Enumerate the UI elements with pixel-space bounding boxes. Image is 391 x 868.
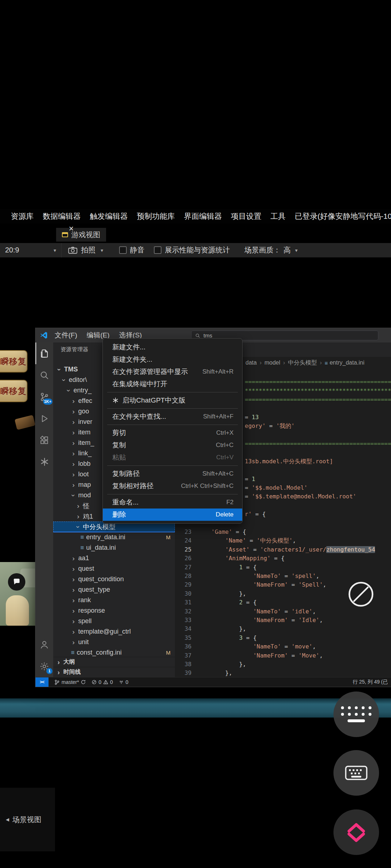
context-menu-item[interactable]: 复制路径Shift+Alt+C — [103, 468, 242, 480]
problems-status[interactable]: 0 0 — [92, 679, 113, 685]
context-menu-item[interactable]: 重命名...F2 — [103, 496, 242, 509]
skill-button-teleport-2[interactable]: 瞬移复 — [0, 380, 28, 402]
context-menu-label: 在文件资源管理器中显示 — [112, 367, 188, 376]
tree-item[interactable]: ›quest_type — [53, 584, 175, 595]
code-line[interactable]: 24 'Name' = '中分头模型', — [175, 536, 391, 545]
tree-item[interactable]: ≡entry_data.iniM — [53, 532, 175, 542]
mute-checkbox[interactable]: 静音 — [119, 245, 144, 255]
floating-pointer-toggle[interactable] — [348, 581, 374, 608]
search-icon[interactable] — [35, 364, 53, 386]
tree-item[interactable]: ≡const_config.iniM — [53, 647, 175, 657]
top-menu-item[interactable]: 数据编辑器 — [43, 211, 81, 221]
code-line[interactable]: 39 }, — [175, 668, 391, 677]
explorer-icon[interactable] — [35, 342, 53, 364]
context-menu-item[interactable]: 在文件夹中查找...Shift+Alt+F — [103, 410, 242, 423]
top-menu-item[interactable]: 预制功能库 — [137, 211, 175, 221]
keyboard-button[interactable] — [333, 750, 379, 796]
tree-item[interactable]: ›aa1 — [53, 553, 175, 563]
top-menu-item[interactable]: 已登录(好像安静地写代码-1082 — [295, 211, 391, 221]
code-line[interactable]: 26 'AnimMapping' = { — [175, 554, 391, 563]
top-menu-item[interactable]: 界面编辑器 — [184, 211, 222, 221]
chevron-icon: › — [71, 451, 76, 456]
tree-item[interactable]: ›unit — [53, 637, 175, 647]
code-line[interactable]: 28 'NameTo' = 'spell', — [175, 571, 391, 580]
tree-item-label: rank — [78, 596, 91, 604]
photo-button[interactable]: 拍照 ▾ — [62, 243, 110, 258]
code-line[interactable]: 38 }, — [175, 660, 391, 669]
timeline-panel-header[interactable]: › 时间线 — [53, 667, 175, 677]
context-menu-item[interactable]: 复制相对路径Ctrl+K Ctrl+Shift+C — [103, 480, 242, 492]
context-menu-item[interactable]: 删除Delete — [103, 509, 242, 521]
tree-item[interactable]: ›quest_condition — [53, 574, 175, 584]
context-menu-item[interactable]: 启动ChatGPT中文版 — [103, 394, 242, 407]
tree-item-label: effec — [78, 397, 92, 405]
code-line[interactable]: 34 }, — [175, 624, 391, 633]
code-line[interactable]: 35 3 = { — [175, 633, 391, 642]
code-line[interactable]: 37 'NameFrom' = 'Move', — [175, 651, 391, 660]
collapse-left-icon: ◀ — [6, 817, 9, 822]
tree-item[interactable]: ≡ui_data.ini — [53, 542, 175, 553]
chatgpt-icon[interactable] — [35, 451, 53, 473]
chevron-down-icon: ▾ — [101, 247, 103, 253]
skill-button-teleport-1[interactable]: 瞬移复 — [0, 350, 28, 373]
account-icon[interactable] — [35, 634, 53, 655]
search-value: tms — [203, 332, 212, 339]
git-branch-status[interactable]: master* — [54, 679, 86, 685]
top-menu-item[interactable]: 项目设置 — [231, 211, 261, 221]
tree-item[interactable]: ›spell — [53, 616, 175, 626]
code-line[interactable]: 36 'NameTo' = 'move', — [175, 642, 391, 651]
menu-item[interactable]: 文件(F) — [50, 328, 82, 342]
aspect-ratio-select[interactable]: 20:9 ▾ — [0, 243, 62, 258]
source-control-icon[interactable]: 1K+ — [35, 386, 53, 408]
tree-item[interactable]: ›template@gui_ctrl — [53, 626, 175, 637]
tree-item[interactable]: ›rank — [53, 595, 175, 605]
context-menu-item[interactable]: 在文件资源管理器中显示Shift+Alt+R — [103, 366, 242, 378]
run-debug-icon[interactable] — [35, 408, 53, 429]
cursor-position-status[interactable]: 行 25, 列 49 (已 — [353, 679, 388, 685]
menu-separator — [107, 392, 238, 392]
code-line[interactable]: 25 'Asset' = 'characters1/_user/zhongfen… — [175, 545, 391, 554]
top-menu-item[interactable]: 资源库 — [11, 211, 34, 221]
context-menu-item[interactable]: 新建文件... — [103, 341, 242, 353]
remote-indicator[interactable]: >< — [35, 677, 49, 687]
chevron-icon: › — [76, 524, 81, 529]
chevron-icon: › — [71, 577, 76, 582]
code-line[interactable]: 32 'NameTo' = 'idle', — [175, 607, 391, 616]
outline-panel-header[interactable]: › 大纲 — [53, 657, 175, 667]
scene-quality-select[interactable]: 场景画质： 高 ▾ — [244, 245, 298, 255]
tab-scene-view[interactable]: ◀ 场景视图 — [0, 788, 55, 851]
chevron-icon: › — [71, 430, 76, 435]
code-line[interactable]: 33 'NameFrom' = 'Idle', — [175, 616, 391, 625]
extensions-icon[interactable] — [35, 429, 53, 451]
context-menu-item[interactable]: 粘贴Ctrl+V — [103, 451, 242, 464]
settings-gear-icon[interactable]: 1 — [35, 655, 53, 677]
context-menu-item[interactable]: 在集成终端中打开 — [103, 378, 242, 390]
stats-checkbox[interactable]: 展示性能与资源统计 — [154, 245, 230, 255]
chevron-icon: › — [71, 566, 76, 571]
context-menu-item[interactable]: 剪切Ctrl+X — [103, 427, 242, 439]
top-menu-item[interactable]: 工具 — [270, 211, 286, 221]
code-line[interactable]: 23 'Game' = { — [175, 527, 391, 536]
diamond-logo-icon — [343, 819, 369, 845]
tree-item-label: mod — [78, 492, 91, 499]
shortcut-label: Shift+Alt+F — [203, 413, 234, 420]
context-menu-item[interactable]: 新建文件夹... — [103, 353, 242, 366]
tree-item[interactable]: ›quest — [53, 563, 175, 574]
ports-status[interactable]: 0 — [119, 679, 129, 685]
context-menu-label: 新建文件夹... — [112, 355, 152, 364]
context-menu-item[interactable]: 复制Ctrl+C — [103, 439, 242, 451]
chevron-icon: › — [62, 378, 67, 383]
tree-item-label: loot — [78, 471, 89, 478]
top-menu-item[interactable]: 触发编辑器 — [90, 211, 128, 221]
tree-item-label: map — [78, 481, 91, 489]
virtual-keys-button[interactable] — [333, 692, 379, 737]
remote-app-logo-button[interactable] — [333, 809, 379, 855]
tree-item-label: const_config.ini — [77, 649, 122, 656]
tree-item[interactable]: ›response — [53, 605, 175, 616]
search-icon — [195, 333, 200, 338]
tab-game-view[interactable]: 游戏视图 — [56, 228, 106, 242]
chevron-icon: › — [71, 608, 76, 613]
chat-bubble-button[interactable] — [8, 573, 25, 591]
close-tab-icon[interactable]: × — [69, 225, 73, 233]
code-line[interactable]: 27 1 = { — [175, 563, 391, 572]
